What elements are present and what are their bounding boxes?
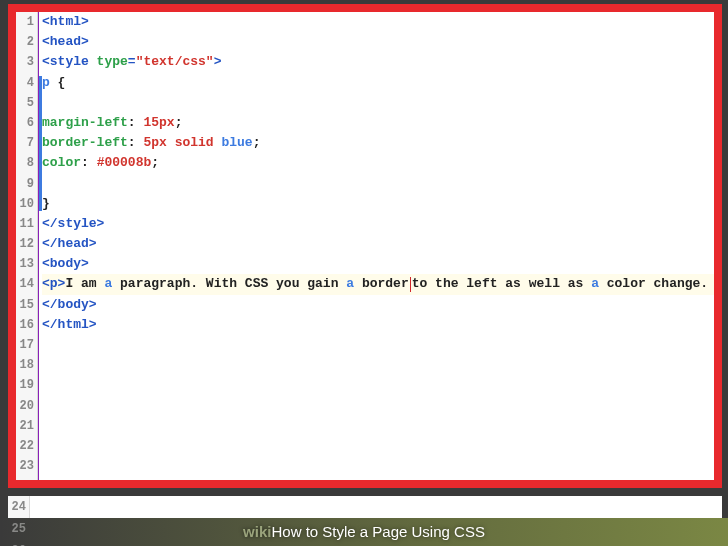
line-number: 22: [16, 436, 37, 456]
watermark: wikiHow to Style a Page Using CSS: [0, 523, 728, 540]
code-line[interactable]: color: #00008b;: [42, 153, 714, 173]
line-number: 10: [16, 194, 37, 214]
line-number: 17: [16, 335, 37, 355]
code-line[interactable]: </head>: [42, 234, 714, 254]
code-line[interactable]: [42, 436, 714, 456]
code-line[interactable]: margin-left: 15px;: [42, 113, 714, 133]
text-cursor: [410, 277, 411, 292]
code-line[interactable]: [42, 396, 714, 416]
line-number: 26: [8, 540, 29, 546]
code-line[interactable]: [42, 416, 714, 436]
line-gutter-below: 24252627: [8, 496, 30, 518]
code-line[interactable]: <style type="text/css">: [42, 52, 714, 72]
code-line[interactable]: border-left: 5px solid blue;: [42, 133, 714, 153]
watermark-title: How to Style a Page Using CSS: [271, 523, 484, 540]
line-number: 15: [16, 295, 37, 315]
line-number: 7: [16, 133, 37, 153]
line-number: 8: [16, 153, 37, 173]
line-number: 6: [16, 113, 37, 133]
line-number: 1: [16, 12, 37, 32]
code-line[interactable]: </style>: [42, 214, 714, 234]
code-line[interactable]: [42, 174, 714, 194]
code-line[interactable]: [42, 375, 714, 395]
watermark-prefix: wiki: [243, 523, 271, 540]
line-number: 3: [16, 52, 37, 72]
line-number: 14: [16, 274, 37, 294]
line-number: 21: [16, 416, 37, 436]
code-line[interactable]: <body>: [42, 254, 714, 274]
line-number: 4: [16, 73, 37, 93]
code-line[interactable]: p {: [42, 73, 714, 93]
line-number: 2: [16, 32, 37, 52]
line-number: 24: [8, 496, 29, 518]
line-number: 9: [16, 174, 37, 194]
editor-below: 24252627: [8, 496, 722, 518]
line-number: 20: [16, 396, 37, 416]
code-line[interactable]: [42, 355, 714, 375]
code-line[interactable]: </body>: [42, 295, 714, 315]
code-area[interactable]: <html><head><style type="text/css">p { m…: [38, 12, 714, 480]
code-line[interactable]: <html>: [42, 12, 714, 32]
code-line[interactable]: <head>: [42, 32, 714, 52]
code-line[interactable]: [42, 456, 714, 476]
code-line[interactable]: [42, 93, 714, 113]
code-line[interactable]: </html>: [42, 315, 714, 335]
code-line[interactable]: }: [42, 194, 714, 214]
line-number: 13: [16, 254, 37, 274]
line-number: 18: [16, 355, 37, 375]
code-line[interactable]: <p>I am a paragraph. With CSS you gain a…: [42, 274, 714, 294]
code-line[interactable]: [42, 335, 714, 355]
line-number: 11: [16, 214, 37, 234]
line-number: 16: [16, 315, 37, 335]
code-lines[interactable]: <html><head><style type="text/css">p { m…: [42, 12, 714, 476]
line-number: 23: [16, 456, 37, 476]
editor-frame: 1234567891011121314151617181920212223 <h…: [8, 4, 722, 488]
fold-marker: [39, 76, 42, 211]
line-number: 5: [16, 93, 37, 113]
line-gutter: 1234567891011121314151617181920212223: [16, 12, 38, 480]
line-number: 19: [16, 375, 37, 395]
line-number: 12: [16, 234, 37, 254]
